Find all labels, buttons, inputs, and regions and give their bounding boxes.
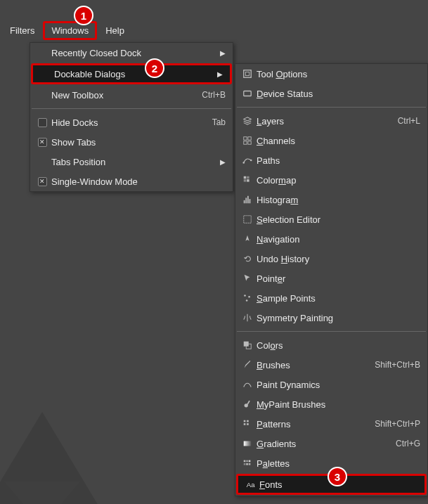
svg-rect-8 xyxy=(248,141,251,144)
gradients-icon xyxy=(240,439,255,448)
shortcut: Ctrl+L xyxy=(398,116,420,126)
menu-selection-editor[interactable]: Selection Editor xyxy=(235,209,427,229)
label: Selection Editor xyxy=(255,214,420,225)
svg-rect-13 xyxy=(244,179,247,182)
palettes-icon xyxy=(240,458,255,468)
menu-sample-points[interactable]: Sample Points xyxy=(235,288,427,308)
menu-filters[interactable]: Filters xyxy=(1,21,43,40)
channels-icon xyxy=(240,136,255,146)
menu-colormap[interactable]: Colormap xyxy=(235,170,427,190)
separator xyxy=(32,108,231,109)
shortcut: Ctrl+G xyxy=(396,439,420,448)
menu-paint-dynamics[interactable]: Paint Dynamics xyxy=(235,375,427,394)
menu-dockable-dialogs[interactable]: Dockable Dialogs ▶ xyxy=(33,65,230,82)
label: Tabs Position xyxy=(50,157,219,167)
menu-help[interactable]: Help xyxy=(97,21,133,40)
chevron-right-icon: ▶ xyxy=(216,70,223,78)
histogram-icon xyxy=(240,195,255,205)
menu-colors[interactable]: Colors xyxy=(235,335,427,355)
menu-brushes[interactable]: Brushes Shift+Ctrl+B xyxy=(235,355,427,375)
svg-rect-27 xyxy=(244,420,246,422)
svg-rect-15 xyxy=(244,200,245,203)
menu-recently-closed-docks[interactable]: Recently Closed Dock ▶ xyxy=(30,43,233,63)
menu-layers[interactable]: Layers Ctrl+L xyxy=(235,111,427,131)
colormap-icon xyxy=(240,175,255,185)
menu-show-tabs[interactable]: Show Tabs xyxy=(30,132,233,152)
navigation-icon xyxy=(240,234,255,244)
label: Patterns xyxy=(255,419,375,429)
label: Single-Window Mode xyxy=(50,176,226,187)
svg-point-9 xyxy=(242,162,245,164)
menu-gradients[interactable]: Gradients Ctrl+G xyxy=(235,434,427,453)
label: Paths xyxy=(255,155,420,166)
svg-rect-17 xyxy=(247,196,249,204)
label: Brushes xyxy=(255,360,375,370)
menu-channels[interactable]: Channels xyxy=(235,131,427,150)
label: Sample Points xyxy=(255,293,420,304)
label: Gradients xyxy=(255,439,396,449)
svg-rect-19 xyxy=(244,216,252,224)
label: Histogram xyxy=(255,195,420,205)
layers-icon xyxy=(240,116,255,126)
menu-new-toolbox[interactable]: New Toolbox Ctrl+B xyxy=(30,85,233,105)
label: Recently Closed Dock xyxy=(50,48,219,58)
annotation-badge-1: 1 xyxy=(74,6,93,25)
chevron-right-icon: ▶ xyxy=(219,49,226,57)
svg-rect-33 xyxy=(246,460,248,463)
label: Layers xyxy=(255,116,398,127)
checkbox-icon xyxy=(38,118,47,127)
menu-pointer[interactable]: Pointer xyxy=(235,269,427,288)
svg-rect-18 xyxy=(249,199,251,203)
menu-navigation[interactable]: Navigation xyxy=(235,229,427,249)
label: Tool Options xyxy=(255,69,420,79)
tool-options-icon xyxy=(240,69,255,79)
sample-points-icon xyxy=(240,293,255,303)
menu-device-status[interactable]: Device Status xyxy=(235,84,427,103)
paint-dynamics-icon xyxy=(240,380,255,389)
label: New Toolbox xyxy=(50,90,202,101)
menu-single-window-mode[interactable]: Single-Window Mode xyxy=(30,172,233,191)
label: Colormap xyxy=(255,175,420,186)
svg-rect-12 xyxy=(247,176,249,179)
paths-icon xyxy=(240,155,255,165)
shortcut: Shift+Ctrl+P xyxy=(375,419,420,429)
patterns-icon xyxy=(240,419,255,429)
svg-rect-5 xyxy=(244,137,247,140)
svg-point-10 xyxy=(250,160,252,162)
menu-hide-docks[interactable]: Hide Docks Tab xyxy=(30,112,233,132)
svg-rect-2 xyxy=(244,70,252,78)
label: Navigation xyxy=(255,234,420,245)
svg-text:Aa: Aa xyxy=(247,481,255,489)
chevron-right-icon: ▶ xyxy=(219,158,226,166)
shortcut: Ctrl+B xyxy=(202,90,226,100)
colors-icon xyxy=(240,340,255,350)
menu-patterns[interactable]: Patterns Shift+Ctrl+P xyxy=(235,414,427,434)
mypaint-brushes-icon xyxy=(240,399,255,409)
svg-point-21 xyxy=(248,296,250,298)
svg-rect-29 xyxy=(244,423,246,425)
svg-rect-35 xyxy=(244,463,246,465)
menu-mypaint-brushes[interactable]: MyPaint Brushes xyxy=(235,394,427,414)
separator xyxy=(237,107,426,108)
shortcut: Tab xyxy=(212,117,226,127)
dockable-dialogs-submenu: Tool Options Device Status Layers Ctrl+L… xyxy=(235,63,428,496)
menu-tabs-position[interactable]: Tabs Position ▶ xyxy=(30,152,233,172)
shortcut: Shift+Ctrl+B xyxy=(375,360,420,370)
menu-paths[interactable]: Paths xyxy=(235,150,427,170)
symmetry-icon xyxy=(240,313,255,323)
label: Paint Dynamics xyxy=(255,380,420,390)
menubar: Filters Windows Help xyxy=(0,20,428,41)
label: Symmetry Painting xyxy=(255,313,420,323)
svg-point-22 xyxy=(246,299,248,302)
svg-rect-30 xyxy=(247,423,249,425)
fonts-icon: Aa xyxy=(242,479,258,489)
menu-histogram[interactable]: Histogram xyxy=(235,190,427,209)
svg-rect-26 xyxy=(247,401,250,405)
brushes-icon xyxy=(240,360,255,370)
menu-undo-history[interactable]: Undo History xyxy=(235,249,427,269)
separator xyxy=(237,331,426,332)
selection-editor-icon xyxy=(240,214,255,224)
menu-symmetry-painting[interactable]: Symmetry Painting xyxy=(235,308,427,328)
menu-tool-options[interactable]: Tool Options xyxy=(235,64,427,84)
svg-rect-32 xyxy=(244,460,246,463)
